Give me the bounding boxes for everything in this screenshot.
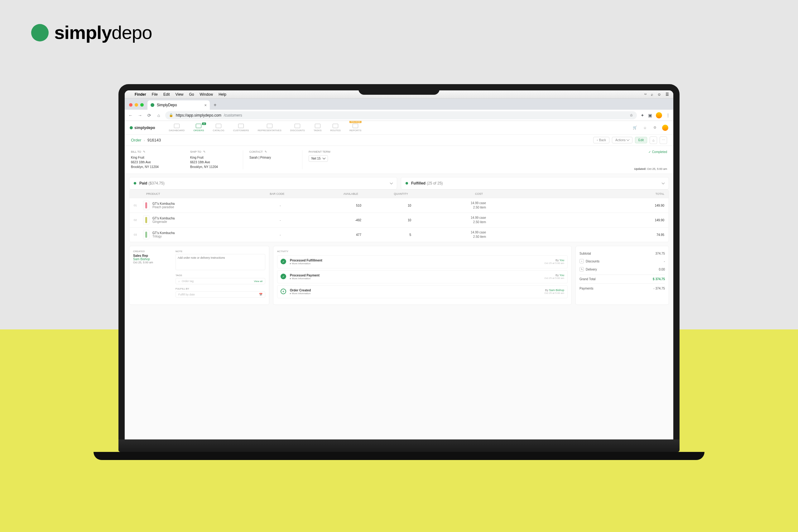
nav-orders[interactable]: ORDERS16 [189,122,208,134]
new-tab-button[interactable]: + [211,101,219,109]
star-icon[interactable]: ☆ [630,113,633,117]
search-icon[interactable]: ⌕ [651,92,653,97]
activity-item[interactable]: Order Created▸ More information By Sam B… [277,285,568,298]
status-dot-icon [134,182,136,185]
browser-tab[interactable]: SimplyDepo × [148,100,210,110]
view-all-link[interactable]: View all [254,280,263,283]
routes-icon [332,124,338,128]
ship-to-block: SHIP TO ✎ King Fruit 6623 18th Ave Brook… [190,150,237,169]
minimize-window-icon[interactable] [135,103,138,107]
tags-input[interactable]: ⌕ Order tag View all [175,278,265,284]
menubar-file[interactable]: File [152,92,158,97]
edit-contact-icon[interactable]: ✎ [265,150,267,153]
url-host: https://app.simplydepo.com [176,113,221,117]
trial-badge: TRIAL MODE [349,121,361,123]
actions-button[interactable]: Actions [612,137,632,144]
product-image-icon [143,201,149,210]
bookmarks-icon[interactable]: ▣ [648,113,652,118]
favicon-icon [151,103,154,107]
sales-rep-name[interactable]: Sam Bishop [133,258,171,261]
breadcrumb-row: Order › 916143 ‹ Back Actions Edit ⌂ ⋯ [125,135,673,146]
more-button[interactable]: ⋯ [660,136,667,144]
tab-title: SimplyDepo [157,103,177,107]
menubar-help[interactable]: Help [218,92,226,97]
activity-item[interactable]: ✓ Processed Fulfillment▸ More informatio… [277,255,568,268]
chevron-down-icon [390,182,393,185]
paid-card[interactable]: Paid ($374.75) [129,177,397,189]
edit-ship-icon[interactable]: ✎ [203,150,206,153]
sales-rep-label: Sales Rep [133,254,171,258]
status-row: Paid ($374.75) Fulfilled (25 of 25) [125,174,673,189]
extensions-icon[interactable]: ✦ [641,113,644,118]
nav-discounts[interactable]: DISCOUNTS [286,122,309,134]
orders-icon [196,124,202,128]
close-window-icon[interactable] [129,103,132,107]
menubar-window[interactable]: Window [200,92,213,97]
cart-icon[interactable]: 🛒 [632,125,638,131]
nav-dashboard[interactable]: DASHBOARD [165,122,189,134]
user-icon[interactable]: ☺ [658,92,661,97]
back-icon[interactable]: ← [128,113,133,118]
nav-tasks[interactable]: TASKS [309,122,326,134]
back-button[interactable]: ‹ Back [593,137,609,144]
chevron-down-icon [662,182,664,185]
created-panel: CREATED Sales Rep Sam Bishop Oct 25, 5:0… [129,246,269,305]
check-icon: ✓ [281,259,286,264]
table-row[interactable]: 03 GT's KombuchaTrilogy - 477 5 14.99 ca… [129,227,669,242]
url-path: /customers [224,113,242,117]
table-row[interactable]: 01 GT's KombuchaPeach paradise - 510 10 … [129,198,669,212]
app-logo[interactable]: simplydepo [130,126,155,130]
nav-catalog[interactable]: CATALOG [209,122,229,134]
fulfill-date-input[interactable]: Fulfill by date 📅 [175,291,265,298]
home-icon[interactable]: ⌂ [156,113,162,118]
control-center-icon[interactable]: ☰ [666,92,669,97]
payment-term-select[interactable]: Net 15 [309,155,328,162]
fulfilled-card[interactable]: Fulfilled (25 of 25) [401,177,669,189]
product-image-icon [143,215,149,225]
nav-representatives[interactable]: REPRESENTATIVES [253,122,286,134]
menubar-edit[interactable]: Edit [163,92,170,97]
edit-button[interactable]: Edit [635,137,647,144]
catalog-icon [216,124,221,128]
order-info-row: BILL TO ✎ King Fruit 6623 18th Ave Brook… [125,146,673,174]
home-button[interactable]: ⌂ [650,136,657,144]
wifi-icon[interactable]: ⌔ [644,92,646,97]
grand-total-label: Grand Total [580,278,596,281]
breadcrumb-number: 916143 [148,138,161,142]
menubar-view[interactable]: View [175,92,184,97]
note-input[interactable] [175,254,265,270]
edit-square-icon[interactable]: ✎ [580,267,584,271]
reload-icon[interactable]: ⟳ [147,113,152,118]
table-row[interactable]: 02 GT's KombuchaGingerade - -492 10 14.9… [129,212,669,227]
updated-timestamp: Updated: Oct 25, 5:00 am [634,167,667,170]
calendar-icon: 📅 [259,293,263,296]
lock-icon: 🔒 [169,113,173,117]
nav-customers[interactable]: CUSTOMERS [229,122,253,134]
activity-item[interactable]: ✓ Processed Payment▸ More information By… [277,270,568,283]
nav-reports[interactable]: TRIAL MODEREPORTS [345,122,366,134]
url-input[interactable]: 🔒 https://app.simplydepo.com/customers ☆ [165,111,637,119]
subtotal-label: Subtotal [580,252,591,255]
edit-bill-icon[interactable]: ✎ [143,150,146,153]
activity-panel: ACTIVITY ✓ Processed Fulfillment▸ More i… [273,246,572,305]
payments-label: Payments [580,287,593,290]
products-table: PRODUCT BAR CODE AVAILABLE QUANTITY COST… [129,189,669,242]
nav-routes[interactable]: ROUTES [326,122,345,134]
dashboard-icon [174,124,179,128]
menubar-finder[interactable]: Finder [135,92,146,97]
support-icon[interactable]: ☺ [642,125,648,131]
summary-panel: Subtotal374.75 +Discounts- ✎Delivery0.00… [575,246,669,305]
user-avatar[interactable] [662,125,668,131]
close-tab-icon[interactable]: × [204,103,207,108]
app-root: simplydepo DASHBOARD ORDERS16 CATALOG CU… [125,121,673,439]
maximize-window-icon[interactable] [140,103,144,107]
breadcrumb-order[interactable]: Order [131,138,141,142]
menubar-go[interactable]: Go [189,92,194,97]
browser-tabstrip: SimplyDepo × + [125,98,673,110]
forward-icon[interactable]: → [137,113,143,118]
profile-avatar-icon[interactable] [656,112,662,118]
macos-menubar: Finder File Edit View Go Window Help ⌔ ⌕… [125,90,673,98]
plus-square-icon[interactable]: + [580,259,584,263]
settings-icon[interactable]: ⚙ [652,125,658,131]
kebab-menu-icon[interactable]: ⋮ [666,113,670,118]
